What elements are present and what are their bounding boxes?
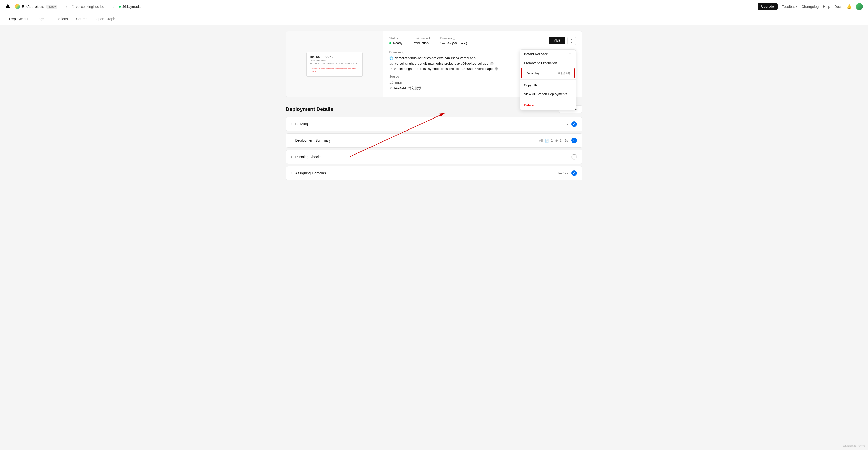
notifications-bell-icon[interactable]: 🔔	[846, 4, 851, 9]
promote-label: Promote to Production	[524, 61, 557, 65]
building-chevron-icon[interactable]: ›	[291, 122, 292, 126]
domains-info-icon: ⓘ	[402, 50, 405, 54]
upgrade-button[interactable]: Upgrade	[757, 3, 778, 10]
building-check-icon: ✓	[571, 121, 577, 127]
building-label: Building	[296, 122, 562, 126]
tab-functions[interactable]: Functions	[48, 13, 72, 25]
bot-name: vercel-xinghuo-bot	[76, 5, 105, 9]
domain-link-1[interactable]: vercel-xinghuo-bot-erics-projects-a4b08d…	[395, 56, 475, 60]
instant-rollback-label: Instant Rollback	[524, 52, 548, 56]
deployment-info-panel: Status Ready Environment Production	[383, 31, 582, 97]
visit-button[interactable]: Visit	[549, 36, 565, 44]
tab-logs[interactable]: Logs	[32, 13, 48, 25]
branch-source-icon: ⎇	[390, 81, 393, 84]
dropdown-item-instant-rollback[interactable]: Instant Rollback ⏱	[520, 50, 576, 59]
deployment-preview: 404: NOT_FOUND Code: NOT_FOUND ID: b7fal…	[286, 31, 383, 97]
dropdown-divider	[520, 79, 576, 80]
checks-chevron-icon[interactable]: ›	[291, 155, 292, 159]
summary-row: › Deployment Summary All 📄 2 ⊘ 1 2s ✓	[286, 134, 582, 147]
deployment-details: Deployment Details Expand All › Building…	[286, 105, 582, 180]
skip-icon: ⊘	[555, 139, 558, 142]
instant-rollback-info: ⏱	[568, 52, 571, 56]
domain-info-badge-1[interactable]: ⓘ	[490, 62, 494, 65]
duration-group: Duration ⓘ 1m 54s (56m ago)	[440, 36, 467, 45]
link-icon: ↗	[390, 67, 392, 71]
tab-source[interactable]: Source	[72, 13, 91, 25]
domains-assign-label: Assigning Domains	[296, 171, 554, 175]
domains-duration: 1m 47s	[557, 171, 568, 175]
domains-meta: 1m 47s ✓	[557, 170, 577, 176]
redeploy-right-label: 重新部署	[558, 71, 570, 75]
vercel-logo[interactable]	[5, 3, 11, 10]
dropdown-item-copy-url[interactable]: Copy URL	[520, 81, 576, 90]
feedback-link[interactable]: Feedback	[782, 5, 797, 9]
dropdown-item-redeploy[interactable]: Redeploy 重新部署	[521, 68, 575, 78]
file-count: 2	[551, 139, 553, 142]
more-options-button[interactable]: ⋮	[567, 36, 576, 45]
nav-right-section: Upgrade Feedback Changelog Help Docs 🔔	[757, 3, 863, 10]
summary-meta: All 📄 2 ⊘ 1 2s ✓	[539, 138, 577, 143]
bot-selector[interactable]: ⬡ vercel-xinghuo-bot ⌃	[71, 5, 110, 9]
mockup-error-detail: ID: b7fal-172297-1782935447000-7e134ca16…	[310, 62, 359, 65]
help-link[interactable]: Help	[823, 5, 830, 9]
domains-chevron-icon[interactable]: ›	[291, 171, 292, 175]
nav-separator: /	[66, 4, 67, 9]
changelog-link[interactable]: Changelog	[802, 5, 819, 9]
domain-info-badge-2[interactable]: ⓘ	[495, 67, 498, 71]
environment-value: Production	[413, 41, 430, 45]
dropdown-menu: Instant Rollback ⏱ Promote to Production…	[520, 49, 576, 110]
environment-text: Production	[413, 41, 429, 45]
building-duration: 5s	[565, 122, 568, 126]
mockup-error-title: 404: NOT_FOUND	[310, 56, 359, 59]
user-avatar[interactable]	[856, 3, 863, 10]
duration-info-icon: ⓘ	[453, 37, 455, 40]
sub-navigation: Deployment Logs Functions Source Open Gr…	[0, 13, 868, 25]
duration-label: Duration ⓘ	[440, 36, 467, 40]
domain-link-3[interactable]: vercel-xinghuo-bot-461aymad1-erics-proje…	[394, 67, 493, 71]
source-commit-msg: 优化提示	[408, 86, 421, 90]
checks-loading-icon	[571, 154, 577, 160]
bot-icon: ⬡	[71, 5, 74, 9]
detail-section-checks: › Running Checks	[286, 150, 582, 164]
skip-count: 1	[560, 139, 562, 142]
deployment-id: 461aymad1	[119, 5, 141, 9]
view-all-branch-label: View All Branch Deployments	[524, 92, 567, 96]
building-meta: 5s ✓	[565, 121, 577, 127]
ready-status-dot	[390, 42, 392, 44]
tab-deployment[interactable]: Deployment	[5, 13, 32, 25]
source-commit: b974abf	[394, 86, 406, 90]
status-group: Status Ready	[390, 36, 403, 45]
building-row: › Building 5s ✓	[286, 117, 582, 131]
dropdown-item-promote[interactable]: Promote to Production	[520, 59, 576, 67]
deployment-meta-row: Status Ready Environment Production	[390, 36, 576, 45]
detail-section-building: › Building 5s ✓	[286, 117, 582, 131]
status-indicator	[119, 6, 121, 8]
docs-link[interactable]: Docs	[834, 5, 842, 9]
project-name: Eric's projects	[22, 5, 44, 9]
main-content: 404: NOT_FOUND Code: NOT_FOUND ID: b7fal…	[281, 25, 587, 189]
all-badge: All	[539, 139, 543, 142]
environment-group: Environment Production	[413, 36, 430, 45]
dropdown-item-delete[interactable]: Delete	[520, 101, 576, 110]
summary-chevron-icon[interactable]: ›	[291, 139, 292, 142]
file-icon: 📄	[545, 139, 549, 142]
delete-label: Delete	[524, 103, 534, 107]
preview-mockup: 404: NOT_FOUND Code: NOT_FOUND ID: b7fal…	[306, 52, 363, 76]
summary-label: Deployment Summary	[296, 138, 536, 142]
svg-marker-0	[6, 4, 10, 8]
project-avatar	[15, 4, 20, 9]
redeploy-label: Redeploy	[526, 71, 540, 75]
mockup-doc-link[interactable]: Read our documentation to learn more abo…	[310, 67, 359, 73]
domains-row: › Assigning Domains 1m 47s ✓	[286, 166, 582, 180]
environment-label: Environment	[413, 36, 430, 40]
hobby-badge: Hobby	[46, 5, 58, 9]
dropdown-item-view-all-branch[interactable]: View All Branch Deployments	[520, 90, 576, 99]
tab-open-graph[interactable]: Open Graph	[91, 13, 119, 25]
summary-check-icon: ✓	[571, 138, 577, 143]
nav-separator-2: /	[114, 4, 115, 9]
checks-label: Running Checks	[296, 155, 568, 159]
domain-link-2[interactable]: vercel-xinghuo-bot-git-main-erics-projec…	[395, 62, 488, 65]
mockup-error-code: Code: NOT_FOUND	[310, 60, 359, 62]
status-label: Status	[390, 36, 403, 40]
project-info[interactable]: Eric's projects Hobby ⌃	[15, 4, 62, 9]
